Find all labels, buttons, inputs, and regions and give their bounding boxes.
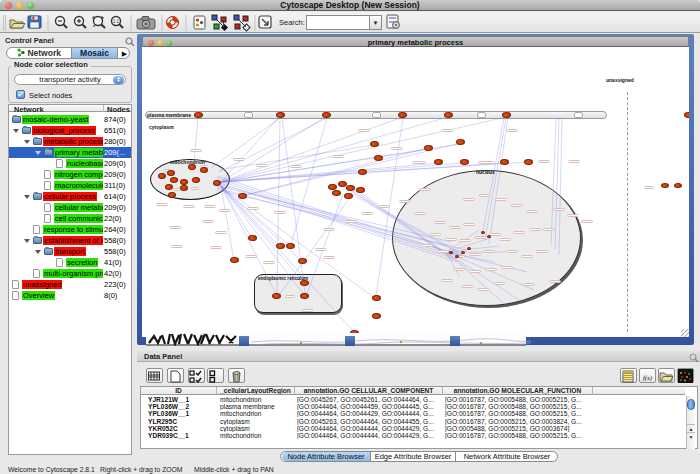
svg-text:f(x): f(x) — [643, 374, 652, 382]
svg-text:1:1: 1:1 — [113, 19, 120, 24]
